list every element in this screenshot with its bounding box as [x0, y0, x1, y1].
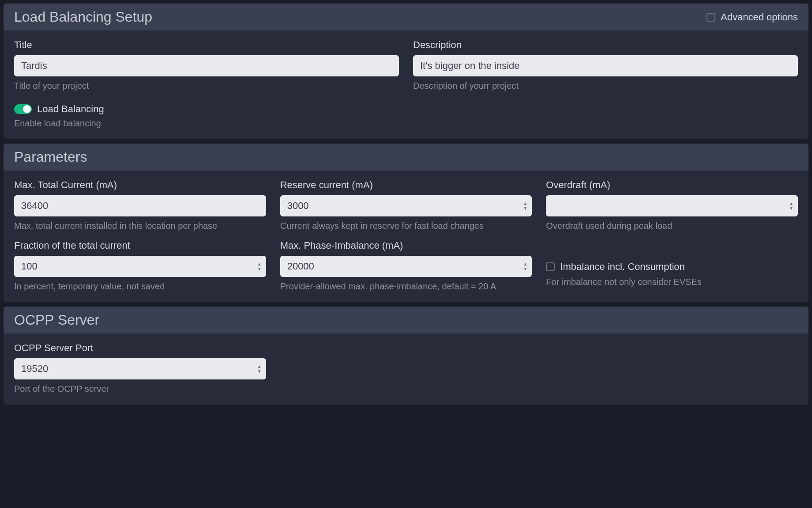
imbalance-incl-help: For imbalance not only consider EVSEs — [546, 277, 798, 287]
advanced-options-row: Advanced options — [707, 11, 798, 23]
imbalance-incl-label: Imbalance incl. Consumption — [560, 261, 684, 273]
overdraft-help: Overdraft used during peak load — [546, 221, 798, 231]
reserve-current-input[interactable] — [280, 195, 532, 216]
reserve-current-stepper[interactable]: ▲ ▼ — [523, 201, 527, 211]
chevron-up-icon: ▲ — [789, 201, 793, 206]
max-total-current-input[interactable] — [14, 195, 266, 216]
ocpp-port-input[interactable] — [14, 358, 266, 379]
reserve-current-label: Reserve current (mA) — [280, 179, 532, 191]
title-field: Title Title of your project — [14, 39, 399, 91]
chevron-up-icon: ▲ — [523, 201, 527, 206]
setup-panel-header: Load Balancing Setup Advanced options — [4, 4, 808, 30]
title-input[interactable] — [14, 55, 399, 76]
chevron-down-icon: ▼ — [523, 206, 527, 211]
fraction-field: Fraction of the total current ▲ ▼ In per… — [14, 240, 266, 292]
max-phase-imbalance-field: Max. Phase-Imbalance (mA) ▲ ▼ Provider-a… — [280, 240, 532, 292]
ocpp-panel-body: OCPP Server Port ▲ ▼ Port of the OCPP se… — [4, 334, 808, 405]
advanced-options-label: Advanced options — [721, 11, 798, 23]
chevron-down-icon: ▼ — [257, 267, 262, 271]
max-phase-imbalance-help: Provider-allowed max. phase-imbalance, d… — [280, 281, 532, 292]
parameters-panel-body: Max. Total Current (mA) Max. total curre… — [4, 171, 808, 302]
max-phase-imbalance-label: Max. Phase-Imbalance (mA) — [280, 240, 532, 251]
load-balancing-help: Enable load balancing — [14, 118, 798, 129]
parameters-panel-title: Parameters — [14, 149, 87, 165]
chevron-down-icon: ▼ — [789, 206, 793, 211]
overdraft-stepper[interactable]: ▲ ▼ — [789, 201, 793, 211]
max-total-current-label: Max. Total Current (mA) — [14, 179, 266, 191]
parameters-panel: Parameters Max. Total Current (mA) Max. … — [4, 144, 808, 302]
ocpp-port-field: OCPP Server Port ▲ ▼ Port of the OCPP se… — [14, 342, 266, 394]
imbalance-incl-field: Imbalance incl. Consumption For imbalanc… — [546, 240, 798, 292]
ocpp-panel-header: OCPP Server — [4, 307, 808, 334]
setup-panel: Load Balancing Setup Advanced options Ti… — [4, 4, 808, 139]
advanced-options-checkbox[interactable] — [707, 13, 715, 22]
setup-panel-title: Load Balancing Setup — [14, 9, 152, 25]
load-balancing-label: Load Balancing — [37, 103, 104, 115]
overdraft-field: Overdraft (mA) ▲ ▼ Overdraft used during… — [546, 179, 798, 231]
reserve-current-help: Current always kept in reserve for fast … — [280, 221, 532, 231]
title-help: Title of your project — [14, 81, 399, 91]
fraction-help: In percent, temporary value, not saved — [14, 281, 266, 292]
description-help: Description of yourr project — [413, 81, 798, 91]
title-label: Title — [14, 39, 399, 51]
toggle-knob — [23, 105, 31, 113]
ocpp-panel: OCPP Server OCPP Server Port ▲ ▼ Port of… — [4, 307, 808, 405]
parameters-panel-header: Parameters — [4, 144, 808, 171]
max-phase-imbalance-stepper[interactable]: ▲ ▼ — [523, 262, 527, 271]
fraction-stepper[interactable]: ▲ ▼ — [257, 262, 262, 271]
max-total-current-field: Max. Total Current (mA) Max. total curre… — [14, 179, 266, 231]
load-balancing-row: Load Balancing — [14, 103, 798, 115]
fraction-input[interactable] — [14, 256, 266, 277]
load-balancing-toggle[interactable] — [14, 104, 32, 114]
description-input[interactable] — [413, 55, 798, 76]
description-field: Description Description of yourr project — [413, 39, 798, 91]
overdraft-label: Overdraft (mA) — [546, 179, 798, 191]
fraction-label: Fraction of the total current — [14, 240, 266, 251]
chevron-up-icon: ▲ — [257, 262, 262, 266]
reserve-current-field: Reserve current (mA) ▲ ▼ Current always … — [280, 179, 532, 231]
chevron-up-icon: ▲ — [257, 364, 262, 369]
max-phase-imbalance-input[interactable] — [280, 256, 532, 277]
ocpp-port-label: OCPP Server Port — [14, 342, 266, 354]
description-label: Description — [413, 39, 798, 51]
max-total-current-help: Max. total current installed in this loc… — [14, 221, 266, 231]
ocpp-panel-title: OCPP Server — [14, 312, 99, 328]
ocpp-port-stepper[interactable]: ▲ ▼ — [257, 364, 262, 374]
chevron-up-icon: ▲ — [523, 262, 527, 266]
setup-panel-body: Title Title of your project Description … — [4, 30, 808, 139]
chevron-down-icon: ▼ — [257, 369, 262, 374]
chevron-down-icon: ▼ — [523, 267, 527, 271]
imbalance-incl-checkbox[interactable] — [546, 262, 555, 271]
overdraft-input[interactable] — [546, 195, 798, 216]
ocpp-port-help: Port of the OCPP server — [14, 384, 266, 394]
